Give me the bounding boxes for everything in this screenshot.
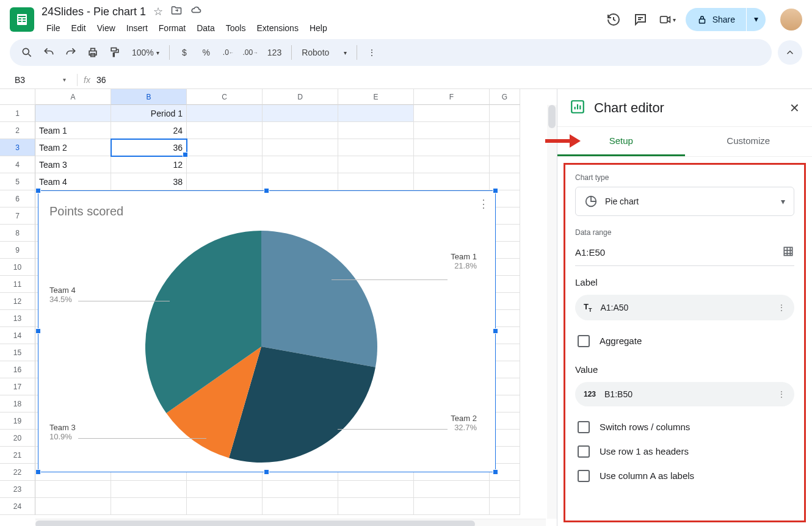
cell[interactable]: 24: [111, 122, 187, 139]
data-range-input[interactable]: A1:E50: [575, 247, 782, 258]
row-header[interactable]: 1: [0, 105, 35, 122]
row-header[interactable]: 21: [0, 447, 35, 464]
print-icon[interactable]: [83, 43, 103, 62]
font-select[interactable]: Roboto ▾: [297, 44, 352, 61]
cell[interactable]: [187, 173, 263, 190]
horizontal-scrollbar[interactable]: [35, 519, 546, 526]
cell[interactable]: [338, 498, 414, 515]
chart-menu-icon[interactable]: ⋮: [478, 197, 488, 211]
cell[interactable]: [338, 481, 414, 498]
cell[interactable]: [35, 481, 111, 498]
cell[interactable]: [414, 105, 490, 122]
chart-type-select[interactable]: Pie chart ▾: [575, 187, 794, 216]
cell[interactable]: [187, 139, 263, 156]
cell[interactable]: [490, 122, 520, 139]
row1-headers-checkbox[interactable]: [578, 445, 590, 458]
row-header[interactable]: 9: [0, 242, 35, 259]
row-header[interactable]: 11: [0, 276, 35, 293]
cell[interactable]: [490, 156, 520, 173]
account-avatar[interactable]: [780, 9, 802, 31]
row-header[interactable]: 14: [0, 327, 35, 344]
cell[interactable]: [111, 498, 187, 515]
cell[interactable]: [414, 481, 490, 498]
cell[interactable]: 36: [111, 139, 187, 156]
cell[interactable]: [414, 122, 490, 139]
resize-handle[interactable]: [35, 188, 41, 193]
cell[interactable]: [187, 105, 263, 122]
row-header[interactable]: 2: [0, 122, 35, 139]
more-toolbar-icon[interactable]: ⋮: [362, 43, 382, 62]
row-header[interactable]: 22: [0, 464, 35, 481]
cell[interactable]: [490, 498, 520, 515]
cell[interactable]: [263, 498, 338, 515]
row-header[interactable]: 7: [0, 207, 35, 225]
resize-handle[interactable]: [35, 328, 41, 334]
cell[interactable]: [414, 173, 490, 190]
menu-file[interactable]: File: [42, 21, 65, 35]
vertical-scrollbar[interactable]: [547, 105, 557, 519]
resize-handle[interactable]: [35, 469, 41, 475]
zoom-select[interactable]: 100% ▾: [127, 44, 164, 61]
cell[interactable]: [263, 122, 338, 139]
resize-handle[interactable]: [493, 188, 498, 193]
cell[interactable]: [263, 156, 338, 173]
col-header-b[interactable]: B: [111, 89, 187, 105]
share-dropdown[interactable]: ▾: [747, 8, 766, 31]
decrease-decimal-icon[interactable]: .0←: [219, 43, 238, 62]
close-icon[interactable]: ✕: [789, 101, 800, 115]
col-header-c[interactable]: C: [187, 89, 263, 105]
resize-handle[interactable]: [264, 188, 269, 193]
cell[interactable]: [187, 156, 263, 173]
row-header[interactable]: 16: [0, 361, 35, 378]
col-header-a[interactable]: A: [35, 89, 111, 105]
row-header[interactable]: 20: [0, 430, 35, 447]
cell[interactable]: [490, 481, 520, 498]
cell[interactable]: [490, 139, 520, 156]
cell[interactable]: [263, 139, 338, 156]
cell[interactable]: [263, 105, 338, 122]
aggregate-checkbox[interactable]: [578, 335, 590, 347]
cell[interactable]: [263, 173, 338, 190]
menu-edit[interactable]: Edit: [67, 21, 91, 35]
menu-format[interactable]: Format: [154, 21, 190, 35]
history-icon[interactable]: [605, 11, 622, 28]
menu-view[interactable]: View: [92, 21, 120, 35]
share-button[interactable]: Share: [686, 8, 746, 31]
cell[interactable]: [338, 122, 414, 139]
switch-rows-checkbox[interactable]: [578, 421, 590, 433]
row-header[interactable]: 15: [0, 344, 35, 361]
row-header[interactable]: 12: [0, 293, 35, 310]
col-header-g[interactable]: G: [490, 89, 520, 105]
cell[interactable]: Team 2: [35, 139, 111, 156]
currency-button[interactable]: $: [175, 43, 194, 62]
row-header[interactable]: 18: [0, 395, 35, 413]
number-format-button[interactable]: 123: [263, 44, 286, 61]
row-header[interactable]: 3: [0, 139, 35, 156]
move-folder-icon[interactable]: [170, 4, 183, 20]
resize-handle[interactable]: [264, 469, 269, 475]
percent-button[interactable]: %: [197, 43, 216, 62]
cell[interactable]: [490, 105, 520, 122]
cell[interactable]: Team 1: [35, 122, 111, 139]
cell[interactable]: [263, 481, 338, 498]
star-icon[interactable]: ☆: [153, 5, 163, 18]
cell[interactable]: Team 4: [35, 173, 111, 190]
cell[interactable]: [187, 122, 263, 139]
value-range-chip[interactable]: 123 B1:B50 ⋮: [575, 382, 794, 406]
more-icon[interactable]: ⋮: [777, 389, 786, 399]
cloud-status-icon[interactable]: [190, 4, 202, 20]
switch-rows-label[interactable]: Switch rows / columns: [600, 422, 690, 432]
row-header[interactable]: 5: [0, 173, 35, 190]
cell[interactable]: Period 1: [111, 105, 187, 122]
formula-bar[interactable]: 36: [96, 75, 106, 85]
cell[interactable]: Team 3: [35, 156, 111, 173]
cell[interactable]: [338, 105, 414, 122]
comments-icon[interactable]: [632, 11, 649, 28]
row-header[interactable]: 23: [0, 481, 35, 498]
col-header-d[interactable]: D: [263, 89, 338, 105]
cell[interactable]: [338, 173, 414, 190]
cell[interactable]: [35, 498, 111, 515]
sheets-logo-icon[interactable]: [10, 7, 34, 32]
menu-extensions[interactable]: Extensions: [252, 21, 303, 35]
row-header[interactable]: 19: [0, 413, 35, 430]
